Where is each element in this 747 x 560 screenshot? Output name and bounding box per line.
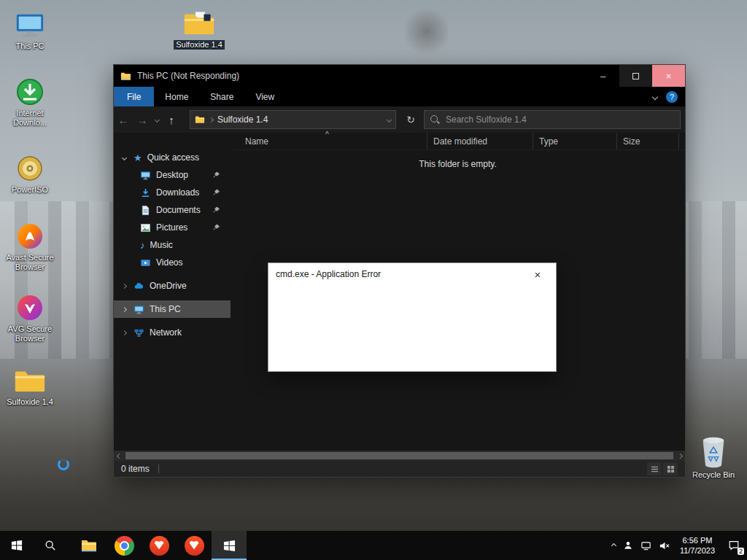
expander-chevron-icon[interactable] — [120, 331, 128, 335]
sidebar-item-pictures[interactable]: Pictures — [114, 219, 231, 236]
desktop-icon-sulfoxide[interactable]: Sulfoxide 1.4 — [1, 362, 59, 407]
smoke-plume — [405, 6, 449, 57]
folder-icon — [14, 362, 46, 395]
desktop-icon-recycle-bin[interactable]: Recycle Bin — [684, 435, 743, 480]
recent-locations-chevron-icon[interactable] — [152, 118, 162, 122]
user-tray-icon[interactable] — [623, 540, 633, 551]
column-label: Date modified — [433, 136, 487, 147]
details-view-button[interactable] — [647, 462, 662, 475]
sidebar-item-this-pc[interactable]: This PC — [114, 300, 231, 318]
taskbar-brave-button-2[interactable] — [177, 531, 212, 560]
taskbar-file-explorer-button[interactable] — [71, 531, 107, 560]
column-header-size[interactable]: Size — [617, 133, 679, 149]
close-icon: × — [666, 71, 672, 82]
maximize-icon — [632, 73, 639, 79]
refresh-button[interactable]: ↻ — [401, 110, 420, 129]
dialog-title-bar[interactable]: cmd.exe - Application Error × — [268, 263, 556, 285]
desktop-icon-label: AVG Secure Browser — [1, 324, 58, 343]
forward-button[interactable]: → — [133, 114, 152, 126]
hidden-icons-chevron-icon[interactable] — [612, 544, 616, 548]
taskbar-brave-button-1[interactable] — [142, 531, 177, 560]
windows-logo-icon — [11, 540, 23, 551]
search-input[interactable] — [446, 114, 674, 125]
clock-date: 11/7/2023 — [680, 545, 715, 556]
item-count: 0 items — [121, 464, 150, 474]
action-center-button[interactable]: 2 — [725, 537, 743, 554]
sidebar-item-label: Pictures — [156, 222, 187, 233]
address-folder-icon — [195, 114, 205, 125]
up-button[interactable]: ↑ — [162, 114, 181, 126]
sidebar-item-documents[interactable]: Documents — [114, 201, 231, 219]
title-bar[interactable]: This PC (Not Responding) – × — [114, 65, 685, 87]
taskbar-active-app-button[interactable] — [212, 531, 247, 560]
system-tray: 6:56 PM 11/7/2023 2 — [612, 531, 747, 560]
menu-label: View — [255, 92, 274, 102]
column-label: Type — [539, 136, 558, 147]
dialog-close-button[interactable]: × — [527, 263, 549, 285]
error-dialog: cmd.exe - Application Error × — [268, 262, 557, 372]
network-icon — [133, 327, 144, 338]
menu-home[interactable]: Home — [154, 87, 199, 106]
taskbar-chrome-button[interactable] — [107, 531, 142, 560]
status-bar: 0 items — [114, 461, 685, 477]
sidebar-item-label: Documents — [156, 205, 201, 215]
column-header-name[interactable]: Name — [231, 133, 427, 149]
scroll-right-arrow-icon[interactable] — [675, 454, 685, 458]
column-header-type[interactable]: Type — [533, 133, 617, 149]
help-icon[interactable]: ? — [666, 91, 678, 103]
desktop-icon-this-pc[interactable]: This PC — [1, 6, 59, 51]
desktop-icon-idm[interactable]: Internet Downlo... — [1, 73, 59, 128]
breadcrumb-chevron-icon — [209, 117, 214, 122]
search-icon — [430, 115, 440, 125]
column-header-date-modified[interactable]: Date modified — [427, 133, 533, 149]
sidebar-item-label: Network — [150, 327, 182, 338]
back-button[interactable]: ← — [114, 114, 133, 126]
desktop-icon-avg[interactable]: AVG Secure Browser — [1, 289, 59, 343]
sidebar-item-label: Music — [150, 240, 173, 250]
expander-chevron-icon[interactable] — [120, 284, 128, 288]
windows-logo-icon — [223, 540, 236, 552]
ribbon-collapse-chevron-icon[interactable] — [652, 93, 658, 99]
search-icon — [44, 540, 56, 551]
sidebar-item-label: Downloads — [156, 187, 199, 198]
close-button[interactable]: × — [652, 65, 685, 87]
sidebar-item-downloads[interactable]: Downloads — [114, 184, 231, 201]
desktop-icon-label: PowerISO — [12, 185, 48, 195]
address-dropdown-chevron-icon[interactable] — [387, 117, 392, 122]
ribbon-menu: File Home Share View ? — [114, 87, 685, 106]
menu-share[interactable]: Share — [199, 87, 244, 106]
taskbar-clock[interactable]: 6:56 PM 11/7/2023 — [677, 535, 718, 556]
chrome-icon — [115, 536, 134, 556]
expander-chevron-icon[interactable] — [120, 308, 128, 311]
sidebar-item-label: This PC — [150, 304, 181, 314]
network-tray-icon[interactable] — [640, 540, 651, 551]
sidebar-item-music[interactable]: ♪ Music — [114, 236, 231, 254]
volume-muted-icon[interactable] — [659, 540, 670, 551]
documents-icon — [140, 205, 151, 216]
thumbnails-view-button[interactable] — [663, 462, 678, 475]
minimize-button[interactable]: – — [587, 65, 619, 87]
menu-file[interactable]: File — [114, 87, 154, 106]
search-box[interactable] — [424, 110, 681, 129]
desktop-icon-avast[interactable]: Avast Secure Browser — [1, 217, 59, 272]
taskbar: 6:56 PM 11/7/2023 2 — [0, 531, 747, 560]
sidebar-item-quick-access[interactable]: ★ Quick access — [114, 149, 231, 166]
sidebar-item-desktop[interactable]: Desktop — [114, 166, 231, 184]
menu-view[interactable]: View — [244, 87, 285, 106]
scroll-left-arrow-icon[interactable] — [114, 454, 124, 458]
pin-icon — [213, 171, 220, 179]
desktop-icon-poweriso[interactable]: PowerISO — [1, 149, 59, 195]
minimize-icon: – — [600, 71, 605, 82]
sidebar-item-onedrive[interactable]: OneDrive — [114, 277, 231, 295]
music-icon: ♪ — [140, 241, 145, 250]
desktop-icon-sulfoxide-top[interactable]: Sulfoxide 1.4 — [170, 4, 228, 50]
address-bar[interactable]: Sulfoxide 1.4 — [190, 110, 396, 129]
horizontal-scrollbar[interactable] — [114, 451, 685, 461]
expander-chevron-icon[interactable] — [120, 156, 128, 160]
maximize-button[interactable] — [619, 65, 652, 87]
scrollbar-thumb[interactable] — [125, 452, 673, 459]
sidebar-item-videos[interactable]: Videos — [114, 254, 231, 271]
start-button[interactable] — [0, 531, 34, 560]
taskbar-search-button[interactable] — [34, 531, 67, 560]
sidebar-item-network[interactable]: Network — [114, 324, 231, 341]
